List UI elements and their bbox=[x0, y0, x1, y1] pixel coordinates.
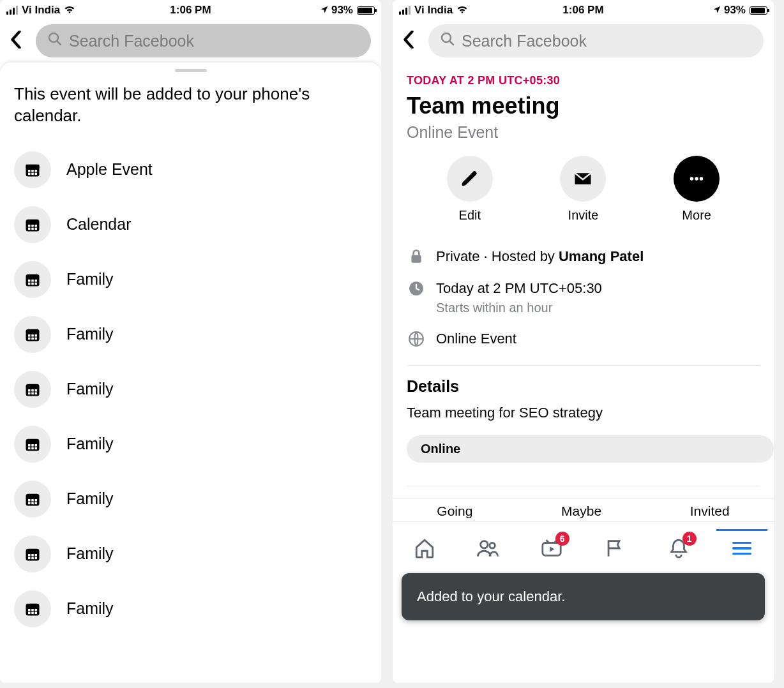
resp-going[interactable]: Going bbox=[437, 504, 472, 519]
svg-rect-21 bbox=[28, 282, 31, 285]
tab-notifications[interactable]: 1 bbox=[666, 535, 691, 561]
lock-icon bbox=[407, 247, 426, 266]
tab-watch[interactable]: 6 bbox=[539, 535, 564, 561]
search-input[interactable]: Search Facebook bbox=[36, 24, 371, 57]
calendar-icon bbox=[14, 426, 51, 463]
calendar-item[interactable]: Family bbox=[14, 472, 367, 527]
status-time: 1:06 PM bbox=[522, 4, 644, 17]
location-text: Online Event bbox=[436, 329, 516, 348]
battery-pct: 93% bbox=[331, 4, 353, 17]
calendar-item-label: Family bbox=[66, 544, 114, 563]
svg-line-67 bbox=[449, 41, 453, 45]
tab-pages[interactable] bbox=[602, 535, 628, 561]
calendar-icon bbox=[14, 151, 51, 188]
svg-rect-71 bbox=[411, 255, 421, 263]
svg-rect-34 bbox=[35, 389, 38, 392]
svg-rect-58 bbox=[35, 557, 38, 559]
calendar-item-label: Family bbox=[66, 270, 114, 288]
calendar-item[interactable]: Family bbox=[14, 417, 367, 472]
svg-rect-23 bbox=[35, 282, 38, 285]
svg-rect-8 bbox=[31, 172, 34, 175]
signal-icon bbox=[6, 6, 18, 15]
svg-point-69 bbox=[695, 177, 698, 181]
search-header: Search Facebook bbox=[0, 18, 381, 65]
calendar-item[interactable]: Calendar bbox=[14, 197, 367, 252]
svg-rect-65 bbox=[35, 611, 38, 614]
online-chip[interactable]: Online bbox=[407, 435, 774, 463]
svg-rect-25 bbox=[28, 334, 31, 337]
event-title: Team meeting bbox=[407, 93, 760, 119]
svg-rect-28 bbox=[28, 337, 31, 340]
svg-rect-56 bbox=[28, 557, 31, 559]
svg-rect-37 bbox=[35, 392, 38, 394]
svg-rect-39 bbox=[28, 444, 31, 447]
search-icon bbox=[440, 31, 455, 50]
phone-left: Vi India 1:06 PM 93% Search Facebook Thi… bbox=[0, 0, 381, 683]
svg-rect-55 bbox=[35, 554, 38, 557]
invite-label: Invite bbox=[568, 208, 599, 223]
search-input[interactable]: Search Facebook bbox=[428, 24, 764, 57]
privacy-row: Private · Hosted by Umang Patel bbox=[393, 247, 774, 266]
more-label: More bbox=[682, 208, 711, 223]
tab-bar: 6 1 bbox=[393, 521, 774, 571]
svg-rect-48 bbox=[35, 499, 38, 502]
svg-rect-53 bbox=[28, 554, 31, 557]
back-button[interactable] bbox=[403, 31, 422, 52]
svg-rect-36 bbox=[31, 392, 34, 394]
battery-pct: 93% bbox=[724, 4, 746, 17]
calendar-item[interactable]: Family bbox=[14, 307, 367, 362]
svg-rect-26 bbox=[31, 334, 34, 337]
resp-invited[interactable]: Invited bbox=[690, 504, 730, 519]
divider bbox=[407, 365, 760, 366]
svg-rect-61 bbox=[31, 609, 34, 611]
globe-icon bbox=[407, 329, 426, 348]
invite-action[interactable]: Invite bbox=[560, 156, 606, 223]
svg-point-70 bbox=[700, 177, 704, 181]
bell-badge: 1 bbox=[682, 532, 697, 546]
more-action[interactable]: More bbox=[674, 156, 720, 223]
svg-rect-64 bbox=[31, 611, 34, 614]
resp-maybe[interactable]: Maybe bbox=[561, 504, 601, 519]
location-icon bbox=[712, 5, 721, 15]
svg-rect-57 bbox=[31, 557, 34, 559]
event-page: TODAY AT 2 PM UTC+05:30 Team meeting Onl… bbox=[393, 65, 774, 683]
search-placeholder: Search Facebook bbox=[69, 32, 194, 50]
svg-rect-11 bbox=[28, 225, 31, 227]
calendar-list: Apple Event Calendar Family Family Famil… bbox=[14, 142, 367, 636]
clock-icon bbox=[407, 279, 426, 298]
calendar-item[interactable]: Family bbox=[14, 527, 367, 581]
battery-icon bbox=[357, 6, 375, 15]
status-bar: Vi India 1:06 PM 93% bbox=[0, 0, 381, 18]
envelope-icon bbox=[560, 156, 606, 202]
calendar-icon bbox=[14, 481, 51, 518]
divider bbox=[407, 486, 760, 486]
svg-rect-22 bbox=[31, 282, 34, 285]
phone-right: Vi India 1:06 PM 93% Search Facebook TOD… bbox=[393, 0, 774, 683]
location-row: Online Event bbox=[393, 329, 774, 348]
svg-rect-7 bbox=[28, 172, 31, 175]
back-button[interactable] bbox=[10, 31, 29, 52]
calendar-item[interactable]: Family bbox=[14, 362, 367, 417]
calendar-item-label: Family bbox=[66, 599, 114, 618]
host-name[interactable]: Umang Patel bbox=[559, 248, 644, 264]
calendar-item[interactable]: Family bbox=[14, 581, 367, 636]
tab-friends[interactable] bbox=[475, 535, 501, 561]
svg-line-1 bbox=[57, 41, 61, 45]
sheet-grabber[interactable] bbox=[175, 69, 207, 72]
svg-rect-40 bbox=[31, 444, 34, 447]
calendar-icon bbox=[14, 535, 51, 572]
event-subtitle: Online Event bbox=[407, 123, 760, 142]
calendar-item[interactable]: Family bbox=[14, 252, 367, 307]
pencil-icon bbox=[447, 156, 493, 202]
status-time: 1:06 PM bbox=[129, 4, 252, 17]
svg-rect-42 bbox=[28, 447, 31, 449]
tab-home[interactable] bbox=[412, 535, 437, 561]
tab-menu[interactable] bbox=[729, 535, 755, 561]
carrier-label: Vi India bbox=[414, 4, 453, 17]
svg-rect-5 bbox=[31, 170, 34, 172]
edit-action[interactable]: Edit bbox=[447, 156, 493, 223]
wifi-icon bbox=[456, 5, 468, 16]
svg-rect-33 bbox=[31, 389, 34, 392]
svg-rect-60 bbox=[28, 609, 31, 611]
calendar-item[interactable]: Apple Event bbox=[14, 142, 367, 197]
